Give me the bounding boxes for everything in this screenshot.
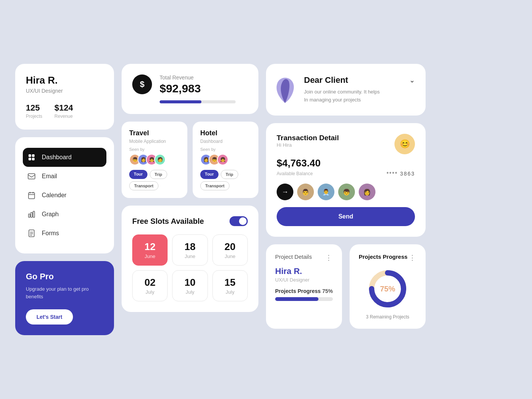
avatar-7: 👧 (217, 154, 228, 165)
txn-balance-row: Available Balance **** 3863 (277, 171, 415, 177)
pp-remaining: 3 Remaining Projects (359, 314, 416, 320)
person-avatar-2[interactable]: 👨‍💼 (318, 184, 334, 200)
tag-tour-hotel[interactable]: Tour (200, 170, 218, 179)
go-pro-title: Go Pro (26, 272, 103, 282)
nav-calendar-label: Calender (42, 192, 66, 199)
slots-header: Free Slots Available (132, 216, 248, 226)
date-cell-5[interactable]: 15 July (212, 270, 248, 301)
date-cell-0[interactable]: 12 June (132, 234, 168, 266)
revenue-amount: $92,983 (160, 82, 236, 95)
tag-transport-hotel[interactable]: Transport (200, 181, 230, 190)
go-pro-card: Go Pro Upgrade your plan to get pro bene… (15, 261, 114, 335)
date-num-2: 20 (219, 241, 241, 253)
send-arrow-btn[interactable]: → (277, 184, 293, 200)
svg-rect-0 (28, 154, 31, 157)
txn-balance-label: Available Balance (277, 171, 313, 176)
svg-rect-9 (29, 230, 34, 237)
pd-progress-text: Projects Progress (275, 288, 321, 294)
donut-chart: 75% (359, 268, 416, 310)
dashboard-icon (27, 153, 36, 162)
txn-greeting: Hi Hira (277, 142, 339, 148)
nav-item-calendar[interactable]: Calender (23, 186, 106, 205)
tag-trip-hotel[interactable]: Trip (221, 170, 238, 179)
profile-stats: 125 Projects $124 Revenue (26, 103, 103, 119)
proj-travel-seen: Seen by (129, 147, 180, 152)
slots-card: Free Slots Available 12 June 18 June 20 … (122, 206, 258, 312)
txn-card-num: **** 3863 (386, 171, 415, 177)
date-month-5: July (219, 289, 241, 295)
tag-trip[interactable]: Trip (150, 170, 167, 179)
revenue-progress-bar (160, 100, 236, 103)
bottom-row: Project Details ⋮ Hira R. UX/UI Designer… (266, 244, 426, 329)
date-month-0: June (139, 253, 161, 259)
date-month-2: June (219, 253, 241, 259)
nav-item-graph[interactable]: Graph (23, 205, 106, 224)
svg-rect-6 (28, 214, 30, 217)
proj-travel-sub: Mobile Application (129, 139, 180, 144)
svg-rect-4 (28, 174, 35, 179)
stat-revenue: $124 Revenue (54, 103, 73, 119)
tag-tour[interactable]: Tour (129, 170, 147, 179)
svg-rect-1 (32, 154, 35, 157)
chevron-down-icon[interactable]: ⌄ (409, 76, 415, 84)
middle-column: $ Total Revenue $92,983 Travel Mobile Ap… (122, 64, 258, 335)
send-button[interactable]: Send (277, 207, 415, 226)
person-avatar-1[interactable]: 👨 (297, 184, 314, 200)
revenue-info: Total Revenue $92,983 (160, 74, 236, 103)
proj-travel-tags: Tour Trip Transport (129, 170, 180, 190)
nav-item-dashboard[interactable]: Dashboard (23, 148, 106, 167)
svg-rect-5 (28, 193, 35, 199)
txn-header: Transaction Detail Hi Hira 😊 (277, 134, 415, 154)
nav-item-email[interactable]: Email (23, 167, 106, 186)
toggle-knob (239, 217, 247, 225)
slots-title: Free Slots Available (132, 217, 204, 226)
dear-client-card: Dear Client ⌄ Join our online community.… (266, 64, 426, 116)
three-dots-icon[interactable]: ⋮ (325, 253, 333, 262)
nav-graph-label: Graph (42, 211, 59, 218)
nav-email-label: Email (42, 173, 57, 180)
pd-card-title: Project Details (275, 253, 312, 260)
forms-icon (27, 229, 36, 238)
nav-card: Dashboard Email Calender (15, 137, 114, 253)
avatar-4: 🧑 (154, 154, 166, 165)
pd-progress-bar (275, 297, 333, 301)
nav-item-forms[interactable]: Forms (23, 224, 106, 243)
pd-role: UX/UI Designer (275, 277, 333, 283)
date-num-3: 02 (139, 277, 161, 288)
pd-progress-fill (275, 297, 318, 301)
slots-toggle[interactable] (230, 216, 248, 226)
projects-progress-card: Projects Progress ⋮ 75% 3 Remaining Proj… (350, 244, 426, 329)
tag-transport[interactable]: Transport (129, 181, 158, 190)
dollar-icon: $ (132, 74, 152, 94)
date-month-3: July (139, 289, 161, 295)
donut-label: 75% (380, 285, 395, 293)
txn-title: Transaction Detail (277, 134, 339, 142)
transaction-card: Transaction Detail Hi Hira 😊 $4,763.40 A… (266, 123, 426, 237)
date-cell-1[interactable]: 18 June (172, 234, 207, 266)
dear-desc-line2: In managing your projects (304, 97, 361, 103)
email-icon (27, 172, 36, 180)
date-num-4: 10 (179, 277, 201, 288)
stat-revenue-val: $124 (54, 103, 73, 113)
proj-travel-type: Travel (129, 129, 180, 137)
person-avatar-3[interactable]: 👦 (338, 184, 355, 200)
date-cell-4[interactable]: 10 July (172, 270, 207, 301)
date-cell-2[interactable]: 20 June (212, 234, 248, 266)
profile-title: UX/UI Designer (26, 88, 103, 94)
revenue-label: Total Revenue (160, 74, 236, 81)
date-cell-3[interactable]: 02 July (132, 270, 168, 301)
txn-amount: $4,763.40 (277, 157, 415, 169)
pd-prog-label: Projects Progress 75% (275, 288, 333, 294)
stat-projects-val: 125 (26, 103, 42, 113)
svg-rect-2 (28, 158, 31, 160)
stat-revenue-label: Revenue (54, 114, 73, 119)
pp-three-dots-icon[interactable]: ⋮ (409, 253, 416, 262)
project-card-hotel: Hotel Dashboard Seen by 👩 👦 👧 Tour Trip … (193, 122, 258, 198)
calendar-icon (27, 191, 36, 200)
lets-start-button[interactable]: Let's Start (26, 309, 73, 325)
left-column: Hira R. UX/UI Designer 125 Projects $124… (15, 64, 114, 335)
person-avatar-4[interactable]: 👩 (359, 184, 375, 200)
dashboard-container: Hira R. UX/UI Designer 125 Projects $124… (0, 49, 532, 350)
revenue-progress-fill (160, 100, 201, 103)
date-num-0: 12 (139, 241, 161, 253)
